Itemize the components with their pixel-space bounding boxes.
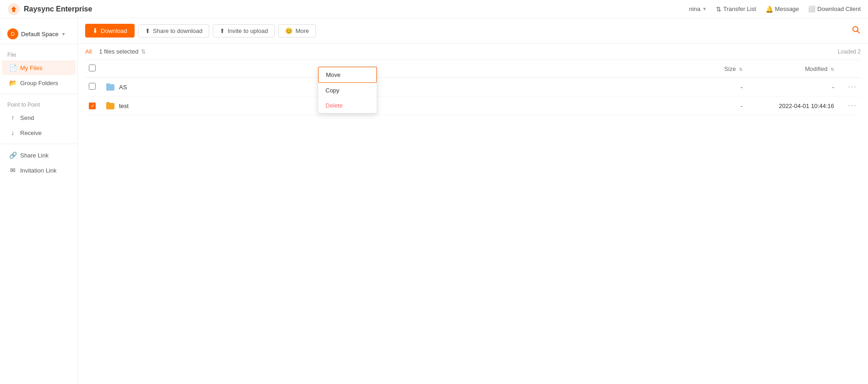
size-sort-icon[interactable]: ⇅: [739, 67, 743, 72]
user-menu[interactable]: nina ▼: [689, 5, 706, 12]
file-actions-button[interactable]: ···: [848, 102, 857, 109]
all-tab[interactable]: All: [85, 48, 92, 55]
invitation-link-icon: ✉: [9, 167, 16, 174]
delete-menu-item[interactable]: Delete: [318, 98, 377, 113]
main-content: ⬇ Download ⬆ Share to download ⬆ Invite …: [78, 18, 868, 384]
layout: D Default Space ▼ File 📄 My Files 📂 Grou…: [0, 18, 868, 384]
sidebar-item-receive[interactable]: ↓ Receive: [2, 125, 76, 140]
file-checkbox-checked[interactable]: ✓: [89, 103, 96, 109]
file-actions-button[interactable]: ···: [848, 83, 857, 91]
size-header-label: Size: [724, 65, 736, 72]
file-checkbox[interactable]: [89, 83, 96, 90]
download-client-icon: ⬜: [808, 5, 815, 12]
sidebar-group-folders-label: Group Folders: [20, 80, 58, 87]
user-name-label: nina: [689, 5, 700, 12]
sidebar: D Default Space ▼ File 📄 My Files 📂 Grou…: [0, 18, 78, 384]
context-menu: Move Copy Delete: [318, 66, 377, 114]
table-row: ✓ test - 2022-04-01 10:44:16 ···: [85, 97, 861, 115]
copy-menu-item[interactable]: Copy: [318, 83, 377, 98]
file-name[interactable]: test: [119, 103, 129, 109]
space-chevron-icon: ▼: [61, 32, 66, 37]
sidebar-section-file: File: [0, 48, 77, 60]
sidebar-item-send[interactable]: ↑ Send: [2, 110, 76, 125]
download-button[interactable]: ⬇ Download: [85, 24, 135, 38]
file-toolbar: All 1 files selected ⇅ Loaded 2: [85, 43, 861, 60]
group-folders-icon: 📂: [9, 79, 16, 87]
message-button[interactable]: 🔔 Message: [765, 5, 799, 13]
file-row-check-cell: [85, 78, 102, 97]
selected-info-icon: ⇅: [141, 49, 146, 55]
share-to-download-label: Share to download: [153, 27, 202, 34]
file-area: All 1 files selected ⇅ Loaded 2: [78, 43, 868, 384]
delete-label: Delete: [326, 102, 343, 109]
download-client-label: Download Client: [817, 5, 861, 12]
search-button[interactable]: [852, 25, 861, 37]
actions-column-header: [838, 60, 861, 78]
header: Raysync Enterprise nina ▼ ⇅ Transfer Lis…: [0, 0, 868, 18]
logo-icon: [7, 3, 20, 16]
space-selector[interactable]: D Default Space ▼: [0, 24, 77, 44]
file-modified-cell: 2022-04-01 10:44:16: [746, 97, 838, 115]
modified-header-label: Modified: [805, 65, 827, 72]
file-actions-cell: ···: [838, 78, 861, 97]
invite-to-upload-button[interactable]: ⬆ Invite to upload: [213, 24, 275, 38]
file-name-cell: test: [102, 97, 691, 115]
sidebar-item-invitation-link[interactable]: ✉ Invitation Link: [2, 163, 76, 178]
share-link-icon: 🔗: [9, 151, 16, 159]
send-icon: ↑: [9, 114, 16, 121]
transfer-list-button[interactable]: ⇅ Transfer List: [716, 5, 756, 13]
download-button-label: Download: [101, 27, 127, 34]
folder-icon: [105, 82, 115, 92]
file-name[interactable]: AS: [119, 84, 127, 91]
move-menu-item[interactable]: Move: [318, 67, 377, 83]
modified-column-header: Modified ⇅: [746, 60, 838, 78]
download-client-button[interactable]: ⬜ Download Client: [808, 5, 861, 12]
transfer-list-icon: ⇅: [716, 5, 722, 13]
file-modified-cell: -: [746, 78, 838, 97]
modified-sort-icon[interactable]: ⇅: [830, 67, 834, 72]
file-size-cell: -: [691, 97, 746, 115]
file-table-body: AS - - ··· ✓ test - 2022-04-01 10:44:16 …: [85, 78, 861, 115]
sidebar-my-files-label: My Files: [20, 65, 42, 71]
select-all-checkbox[interactable]: [89, 65, 96, 71]
name-column-header: [102, 60, 691, 78]
folder-icon: [105, 101, 115, 110]
svg-line-2: [857, 31, 860, 33]
file-row-check-cell: ✓: [85, 97, 102, 115]
message-icon: 🔔: [765, 5, 773, 13]
transfer-list-label: Transfer List: [723, 5, 756, 12]
file-name-cell: AS: [102, 78, 691, 97]
copy-label: Copy: [326, 87, 339, 94]
invite-to-upload-label: Invite to upload: [228, 27, 268, 34]
more-button[interactable]: 😊 More: [278, 24, 316, 38]
sidebar-divider-1: [0, 94, 77, 94]
share-to-download-button[interactable]: ⬆ Share to download: [138, 24, 209, 38]
more-icon: 😊: [285, 27, 293, 34]
selected-info: 1 files selected ⇅: [99, 48, 146, 55]
sidebar-item-my-files[interactable]: 📄 My Files: [2, 60, 76, 75]
message-label: Message: [775, 5, 799, 12]
sidebar-receive-label: Receive: [20, 130, 42, 136]
user-chevron-icon: ▼: [702, 6, 707, 11]
space-icon-text: D: [11, 31, 15, 37]
sidebar-item-share-link[interactable]: 🔗 Share Link: [2, 148, 76, 162]
receive-icon: ↓: [9, 129, 16, 136]
size-column-header: Size ⇅: [691, 60, 746, 78]
sidebar-invitation-link-label: Invitation Link: [20, 167, 57, 174]
sidebar-section-p2p: Point to Point: [0, 98, 77, 110]
select-all-header: [85, 60, 102, 78]
table-header-row: Size ⇅ Modified ⇅: [85, 60, 861, 78]
space-icon: D: [7, 28, 18, 39]
space-name: Default Space: [21, 31, 59, 38]
loaded-info: Loaded 2: [838, 49, 861, 55]
share-download-icon: ⬆: [145, 27, 150, 34]
sidebar-divider-2: [0, 144, 77, 144]
selected-count-label: 1 files selected: [99, 48, 138, 55]
header-right: nina ▼ ⇅ Transfer List 🔔 Message ⬜ Downl…: [689, 5, 861, 13]
app-title: Raysync Enterprise: [24, 5, 92, 13]
logo: Raysync Enterprise: [7, 3, 92, 16]
download-arrow-icon: ⬇: [92, 27, 98, 34]
move-label: Move: [326, 71, 341, 78]
file-table: Size ⇅ Modified ⇅: [85, 60, 861, 115]
sidebar-item-group-folders[interactable]: 📂 Group Folders: [2, 76, 76, 90]
